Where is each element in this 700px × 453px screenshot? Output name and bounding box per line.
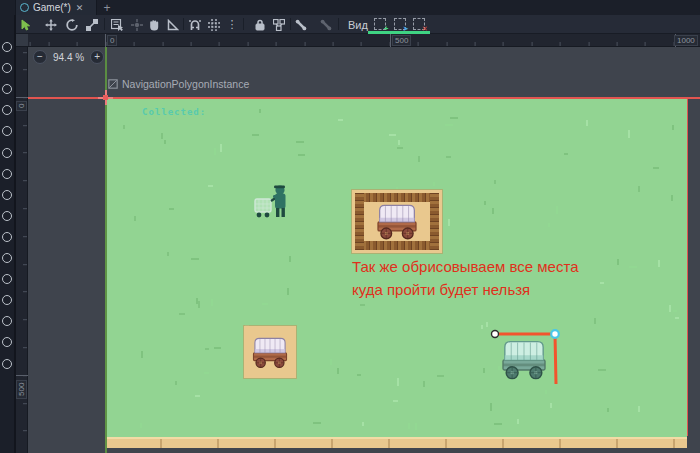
close-tab-icon[interactable]: ✕	[76, 3, 84, 13]
group-icon[interactable]	[271, 17, 287, 32]
scale-tool-icon[interactable]	[84, 17, 100, 32]
ruler-label: 500	[392, 35, 411, 46]
fenced-wagon-pen	[352, 190, 442, 253]
character-sprite	[252, 180, 292, 226]
nav-create-points-button[interactable]: +	[371, 17, 388, 31]
path-strip	[105, 437, 687, 448]
toolbar-separator	[290, 18, 291, 30]
fence-top	[355, 193, 439, 202]
ruler-label: 0	[16, 101, 27, 111]
2d-viewport[interactable]: Collected:	[28, 47, 700, 453]
fence-left	[355, 193, 364, 250]
list-select-tool-icon[interactable]	[109, 17, 125, 32]
bone-icon[interactable]	[293, 17, 309, 32]
scene-tab-label: Game(*)	[33, 2, 71, 13]
zoom-percentage: 94.4 %	[53, 52, 84, 63]
teal-wagon-sprite	[494, 338, 554, 380]
viewport-edge-line	[105, 47, 107, 453]
wagon-sprite	[247, 335, 293, 369]
scene-node-icon[interactable]	[2, 211, 12, 221]
canvas-toolbar: ⋮ ⋮ Вид + ➤ ✕	[0, 15, 700, 34]
nav-delete-points-button[interactable]: ✕	[410, 17, 427, 31]
new-tab-button[interactable]: +	[100, 0, 114, 15]
toolbar-separator	[183, 18, 184, 30]
scene-node-icon[interactable]	[2, 42, 12, 52]
zoom-out-button[interactable]: −	[33, 50, 47, 64]
scene-node-icon[interactable]	[2, 253, 12, 263]
scene-node-icon[interactable]	[2, 337, 12, 347]
toolbar-separator	[243, 18, 244, 30]
grid-snap-icon[interactable]	[206, 17, 222, 32]
navigation-polygon-icon	[108, 79, 118, 89]
nav-vertex-handle[interactable]	[492, 331, 499, 338]
scene-tree-icon-column	[0, 15, 14, 453]
nav-outline-right-edge	[687, 97, 689, 436]
ruler-label: 0	[107, 35, 117, 46]
horizontal-ruler[interactable]: 0 500 1000	[28, 34, 700, 47]
hud-collected-label: Collected:	[142, 107, 206, 117]
ruler-minor-ticks	[28, 42, 700, 46]
ruler-label: 1000	[674, 35, 698, 46]
scene-node-icon[interactable]	[2, 274, 12, 284]
scene-node-icon[interactable]	[2, 316, 12, 326]
scene-node-icon[interactable]	[2, 84, 12, 94]
ruler-label: 500	[16, 380, 27, 399]
scene-node-icon[interactable]	[2, 359, 12, 369]
ruler-corner	[16, 34, 28, 47]
snap-options-icon[interactable]: ⋮	[224, 17, 240, 32]
move-tool-icon[interactable]	[43, 17, 59, 32]
pivot-tool-icon[interactable]	[129, 17, 145, 32]
game-map: Collected:	[105, 98, 687, 448]
pan-tool-icon[interactable]	[146, 17, 162, 32]
fence-right	[430, 193, 439, 250]
scene-icon	[20, 3, 29, 12]
wagon-sprite	[370, 202, 424, 240]
annotation-line-1: Так же обрисовываем все места	[352, 255, 652, 278]
scene-tab-bar: Game(*) ✕ +	[0, 0, 700, 15]
scene-node-icon[interactable]	[2, 295, 12, 305]
nav-vertex-handle-selected[interactable]	[551, 330, 559, 338]
lock-icon[interactable]	[252, 17, 268, 32]
nav-edit-points-button[interactable]: ➤	[391, 17, 408, 31]
scene-node-icon[interactable]	[2, 126, 12, 136]
selected-node-label: NavigationPolygonInstance	[108, 78, 249, 90]
ruler-tool-icon[interactable]	[165, 17, 181, 32]
nav-outline-top-edge	[28, 97, 700, 99]
scene-node-icon[interactable]	[2, 232, 12, 242]
node-origin-gizmo[interactable]	[98, 90, 113, 105]
tutorial-annotation: Так же обрисовываем все места куда пройт…	[352, 255, 652, 301]
zoom-controls: − 94.4 % +	[33, 50, 104, 64]
scene-node-icon[interactable]	[2, 190, 12, 200]
scene-node-icon[interactable]	[2, 63, 12, 73]
godot-editor-window: Game(*) ✕ + ⋮ ⋮ Вид + ➤	[0, 0, 700, 453]
tab-game-scene[interactable]: Game(*) ✕	[15, 0, 97, 15]
annotation-line-2: куда пройти будет нельзя	[352, 278, 652, 301]
wagon-pad	[244, 326, 296, 378]
scene-node-icon[interactable]	[2, 148, 12, 158]
bone-paint-icon[interactable]	[318, 17, 334, 32]
fence-bottom	[355, 241, 439, 250]
smart-snap-icon[interactable]	[187, 17, 203, 32]
scene-node-icon[interactable]	[2, 169, 12, 179]
toolbar-separator	[338, 18, 339, 30]
select-tool-icon[interactable]	[18, 17, 34, 32]
vertical-ruler[interactable]: 0 500	[16, 47, 28, 453]
rotate-tool-icon[interactable]	[64, 17, 80, 32]
scene-node-icon[interactable]	[2, 105, 12, 115]
toolbar-separator	[104, 18, 105, 30]
zoom-in-button[interactable]: +	[90, 50, 104, 64]
